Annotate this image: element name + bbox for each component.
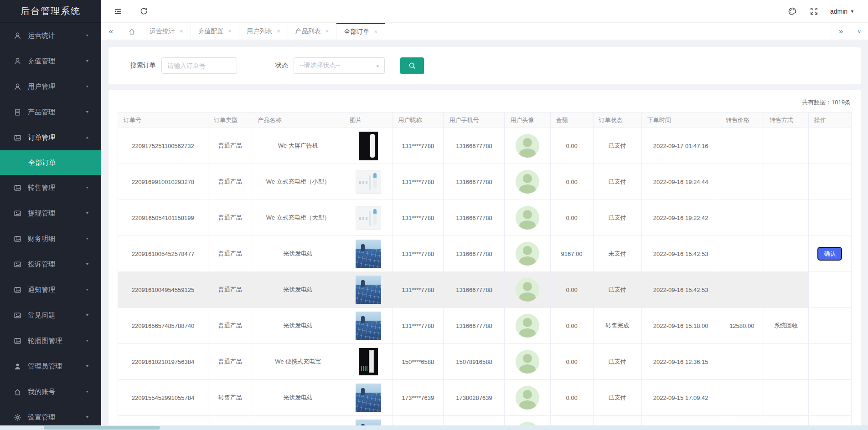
tabs-scroll-right-button[interactable]: » bbox=[831, 23, 851, 40]
status-badge: 已支付 bbox=[593, 344, 641, 380]
sidebar-item-complaint-mgmt[interactable]: 投诉管理 ▼ bbox=[0, 251, 101, 277]
col-resale-method: 转售方式 bbox=[764, 113, 808, 128]
sidebar-item-order-mgmt[interactable]: 订单管理 ▲ bbox=[0, 125, 101, 150]
status-badge: 已支付 bbox=[593, 380, 641, 416]
main-area: admin ▼ « 运营统计 × 充值配置 × 用户列表 × bbox=[101, 0, 868, 430]
col-time: 下单时间 bbox=[641, 113, 720, 128]
search-panel: 搜索订单 状态 --请选择状态-- ▼ bbox=[108, 47, 861, 84]
app-title: 后台管理系统 bbox=[0, 0, 101, 23]
col-nickname: 用户昵称 bbox=[393, 113, 444, 128]
col-product-name: 产品名称 bbox=[252, 113, 344, 128]
chevron-down-icon: ▼ bbox=[85, 85, 89, 88]
status-badge: 已支付 bbox=[593, 272, 641, 308]
col-amount: 金额 bbox=[550, 113, 593, 128]
total-count: 共有数据：1019条 bbox=[118, 97, 852, 112]
admin-user-icon bbox=[14, 363, 21, 370]
table-header-row: 订单号 订单类型 产品名称 图片 用户昵称 用户手机号 用户头像 金额 订单状态… bbox=[118, 113, 852, 128]
status-badge: 已支付 bbox=[593, 128, 641, 164]
product-image bbox=[356, 312, 381, 340]
tab-all-orders[interactable]: 全部订单 × bbox=[336, 23, 385, 40]
sidebar-item-banner-mgmt[interactable]: 轮播图管理 ▼ bbox=[0, 328, 101, 353]
chevron-down-icon: ▼ bbox=[85, 313, 89, 317]
sidebar-item-recharge-mgmt[interactable]: 充值管理 ▼ bbox=[0, 48, 101, 74]
tabs-dropdown-button[interactable]: ∨ bbox=[851, 23, 868, 40]
picture-icon bbox=[14, 261, 21, 268]
col-phone: 用户手机号 bbox=[444, 113, 505, 128]
chevron-down-icon: ▼ bbox=[85, 186, 89, 189]
document-icon bbox=[14, 108, 21, 116]
sidebar-fold-icon[interactable] bbox=[109, 3, 127, 20]
product-image bbox=[356, 170, 381, 194]
chevron-down-icon: ▼ bbox=[85, 110, 89, 114]
chevron-up-icon: ▲ bbox=[85, 136, 89, 139]
search-button[interactable] bbox=[400, 57, 424, 74]
product-image bbox=[359, 132, 378, 160]
sidebar-item-withdraw-mgmt[interactable]: 提现管理 ▼ bbox=[0, 200, 101, 226]
sidebar-item-resale-mgmt[interactable]: 转售管理 ▼ bbox=[0, 175, 101, 200]
status-badge: 已支付 bbox=[593, 164, 641, 200]
theme-palette-icon[interactable] bbox=[784, 3, 801, 20]
sidebar-item-notice-mgmt[interactable]: 通知管理 ▼ bbox=[0, 277, 101, 302]
sidebar-item-faq[interactable]: 常见问题 ▼ bbox=[0, 302, 101, 328]
chevron-down-icon: ▼ bbox=[85, 262, 89, 266]
close-icon[interactable]: × bbox=[326, 28, 329, 35]
col-status: 订单状态 bbox=[593, 113, 641, 128]
status-label: 状态 bbox=[275, 61, 288, 70]
tab-bar: « 运营统计 × 充值配置 × 用户列表 × 产品列表 × 全部订单 bbox=[101, 22, 868, 40]
chevron-down-icon: ▼ bbox=[85, 364, 89, 368]
product-image bbox=[356, 240, 381, 268]
orders-table-panel: 共有数据：1019条 订单号 订单类型 产品名称 图片 用户昵称 用户手机号 bbox=[108, 90, 861, 430]
user-avatar bbox=[516, 386, 539, 410]
search-order-label: 搜索订单 bbox=[130, 61, 156, 70]
col-image: 图片 bbox=[344, 113, 393, 128]
table-row: 2209165054101158199 普通产品 We 立式充电柜（大型） 13… bbox=[118, 200, 852, 236]
tab-recharge-config[interactable]: 充值配置 × bbox=[191, 23, 240, 40]
user-avatar bbox=[516, 242, 539, 266]
picture-icon bbox=[14, 286, 21, 294]
horizontal-scrollbar[interactable] bbox=[0, 425, 868, 430]
tabs-scroll-left-button[interactable]: « bbox=[101, 23, 121, 40]
user-avatar bbox=[516, 206, 539, 230]
product-image bbox=[359, 348, 378, 375]
sidebar-item-user-mgmt[interactable]: 用户管理 ▼ bbox=[0, 74, 101, 99]
close-icon[interactable]: × bbox=[180, 28, 183, 35]
col-order-no: 订单号 bbox=[118, 113, 208, 128]
sidebar-item-my-account[interactable]: 我的账号 ▼ bbox=[0, 379, 101, 404]
sidebar-item-product-mgmt[interactable]: 产品管理 ▼ bbox=[0, 99, 101, 125]
username: admin bbox=[830, 8, 847, 15]
close-icon[interactable]: × bbox=[277, 28, 280, 35]
orders-table: 订单号 订单类型 产品名称 图片 用户昵称 用户手机号 用户头像 金额 订单状态… bbox=[118, 112, 852, 430]
chevron-down-icon: ▼ bbox=[85, 415, 89, 419]
sidebar-subitem-all-orders[interactable]: 全部订单 bbox=[0, 150, 101, 175]
scrollbar-thumb[interactable] bbox=[44, 426, 160, 430]
sidebar-item-operation-stats[interactable]: 运营统计 ▼ bbox=[0, 23, 101, 48]
table-row: 2209161004954559125 普通产品 光伏发电站 131****77… bbox=[118, 272, 852, 308]
user-avatar bbox=[516, 278, 539, 302]
confirm-button[interactable]: 确认 bbox=[817, 247, 842, 261]
sidebar-item-admin-mgmt[interactable]: 管理员管理 ▼ bbox=[0, 353, 101, 379]
user-icon bbox=[14, 57, 21, 65]
close-icon[interactable]: × bbox=[228, 28, 232, 35]
order-number-input[interactable] bbox=[161, 57, 237, 74]
user-avatar bbox=[516, 170, 539, 194]
home-tab[interactable] bbox=[121, 23, 142, 40]
table-row: 2209169910010293278 普通产品 We 立式充电柜（小型） 13… bbox=[118, 164, 852, 200]
table-row: 2209165657485788740 普通产品 光伏发电站 131****77… bbox=[118, 308, 852, 344]
chevron-down-icon: ▼ bbox=[85, 390, 89, 394]
product-image bbox=[356, 206, 381, 230]
tab-operation-stats[interactable]: 运营统计 × bbox=[142, 23, 191, 40]
close-icon[interactable]: × bbox=[374, 28, 377, 35]
top-header: admin ▼ bbox=[101, 0, 868, 22]
status-badge: 转售完成 bbox=[593, 308, 641, 344]
table-row: 2209161021019756384 普通产品 We 便携式充电宝 150**… bbox=[118, 344, 852, 380]
gear-icon bbox=[14, 414, 21, 421]
status-select[interactable]: --请选择状态-- ▼ bbox=[294, 57, 385, 74]
sidebar-item-finance-detail[interactable]: 财务明细 ▼ bbox=[0, 226, 101, 251]
tab-user-list[interactable]: 用户列表 × bbox=[239, 23, 288, 40]
col-resale-price: 转售价格 bbox=[720, 113, 764, 128]
refresh-icon[interactable] bbox=[135, 3, 152, 20]
user-menu[interactable]: admin ▼ bbox=[827, 8, 857, 15]
tab-product-list[interactable]: 产品列表 × bbox=[288, 23, 337, 40]
sidebar: 后台管理系统 运营统计 ▼ 充值管理 ▼ 用户管理 ▼ 产品管理 ▼ 订单管理 … bbox=[0, 0, 101, 430]
fullscreen-icon[interactable] bbox=[806, 3, 823, 20]
